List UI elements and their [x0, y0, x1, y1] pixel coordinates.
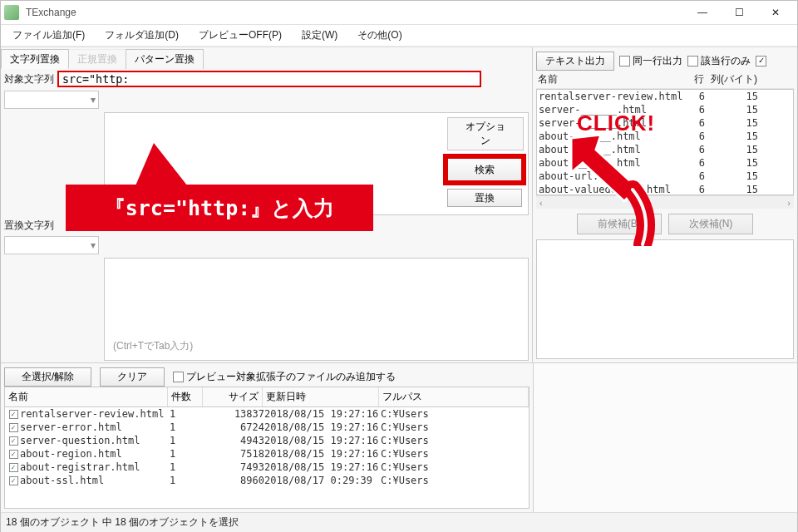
menu-settings[interactable]: 設定(W) [297, 25, 342, 46]
file-row[interactable]: ✓about-region.html175182018/08/15 19:27:… [5, 447, 529, 461]
replace-textarea[interactable]: (Ctrl+TでTab入力) [104, 258, 529, 361]
row-replace-combo: ▾ [4, 236, 529, 254]
file-row[interactable]: ✓server-error.html167242018/08/15 19:27:… [5, 421, 529, 434]
menubar: ファイル追加(F) フォルダ追加(D) プレビューOFF(P) 設定(W) その… [1, 25, 797, 47]
mode-tabs: 文字列置換 正規置換 パターン置換 [1, 49, 532, 69]
menu-preview[interactable]: プレビューOFF(P) [194, 25, 287, 46]
window-title: TExchange [26, 7, 684, 18]
only-preview-ext-checkbox[interactable]: プレビュー対象拡張子のファイルのみ追加する [173, 370, 396, 384]
tab-pattern-replace[interactable]: パターン置換 [126, 49, 204, 69]
files-pane: 全選択/解除 クリア プレビュー対象拡張子のファイルのみ追加する 名前 件数 サ… [1, 363, 533, 512]
sameline-checkbox[interactable]: 同一行出力 [619, 54, 682, 68]
checkbox-icon [687, 56, 698, 66]
checkbox-icon [173, 372, 184, 382]
close-button[interactable]: ✕ [757, 1, 794, 24]
file-row[interactable]: ✓about-registrar.html174932018/08/15 19:… [5, 461, 529, 474]
fcol-name[interactable]: 名前 [5, 387, 168, 406]
result-row[interactable]: rentalserver-review.html615 [537, 90, 793, 103]
option-title: オプション [447, 117, 524, 150]
callout-box: 『 src="http: 』と入力 [66, 185, 373, 231]
menu-other[interactable]: その他(O) [352, 25, 406, 46]
lower-right-blank [533, 363, 797, 512]
scroll-left-icon: ‹ [539, 198, 543, 208]
arrow-annotation [563, 130, 663, 246]
row-target: 対象文字列 [4, 71, 529, 87]
files-toolbar: 全選択/解除 クリア プレビュー対象拡張子のファイルのみ追加する [4, 367, 530, 387]
callout-tail [134, 143, 190, 190]
tab-string-replace[interactable]: 文字列置換 [1, 49, 69, 69]
target-history-combo[interactable]: ▾ [4, 91, 99, 109]
target-input[interactable] [57, 71, 481, 87]
option-group: オプション 検索 置換 [447, 117, 524, 210]
body: 文字列置換 正規置換 パターン置換 対象文字列 ▾ 置換文字列 ▾ [1, 47, 797, 532]
app-window: TExchange — ☐ ✕ ファイル追加(F) フォルダ追加(D) プレビュ… [0, 0, 798, 532]
col-line[interactable]: 行 [686, 72, 704, 86]
tab-hint: (Ctrl+TでTab入力) [108, 334, 198, 358]
preview-box [536, 239, 794, 359]
clear-button[interactable]: クリア [100, 367, 165, 387]
fcol-path[interactable]: フルパス [379, 387, 529, 406]
onlyline-checkbox[interactable]: 該当行のみ [687, 54, 751, 68]
col-name[interactable]: 名前 [538, 72, 686, 86]
status-text: 18 個のオブジェクト 中 18 個のオブジェクトを選択 [6, 515, 239, 530]
tab-regex-replace[interactable]: 正規置換 [68, 49, 126, 69]
row-target-combo: ▾ [4, 91, 529, 109]
checkbox-icon [619, 56, 630, 66]
chevron-down-icon: ▾ [91, 239, 96, 251]
checkbox-icon: ✓ [756, 56, 766, 66]
label-target: 対象文字列 [4, 72, 57, 86]
statusbar: 18 個のオブジェクト 中 18 個のオブジェクトを選択 [1, 512, 797, 532]
text-output-button[interactable]: テキスト出力 [536, 52, 614, 71]
replace-history-combo[interactable]: ▾ [4, 236, 99, 254]
lower-split: 全選択/解除 クリア プレビュー対象拡張子のファイルのみ追加する 名前 件数 サ… [1, 362, 797, 512]
replace-button[interactable]: 置換 [447, 189, 522, 207]
minimize-button[interactable]: — [684, 1, 721, 24]
file-row[interactable]: ✓about-ssl.html189602018/08/17 0:29:39C:… [5, 474, 529, 487]
chevron-down-icon: ▾ [91, 94, 96, 106]
fcol-size[interactable]: サイズ [203, 387, 263, 406]
scroll-right-icon: › [787, 198, 791, 208]
titlebar: TExchange — ☐ ✕ [1, 1, 797, 25]
menu-addfile[interactable]: ファイル追加(F) [7, 25, 90, 46]
label-replace: 置換文字列 [4, 219, 57, 233]
file-row[interactable]: ✓rentalserver-review.html1138372018/08/1… [5, 407, 529, 421]
trailing-checkbox[interactable]: ✓ [756, 56, 766, 66]
files-header: 名前 件数 サイズ 更新日時 フルパス [4, 387, 530, 407]
col-byte[interactable]: 列(バイト) [704, 72, 757, 86]
files-list[interactable]: ✓rentalserver-review.html1138372018/08/1… [4, 407, 530, 509]
file-row[interactable]: ✓server-question.html149432018/08/15 19:… [5, 434, 529, 447]
select-all-button[interactable]: 全選択/解除 [4, 367, 91, 387]
results-toolbar: テキスト出力 同一行出力 該当行のみ ✓ [536, 51, 794, 71]
search-button[interactable]: 検索 [443, 154, 526, 185]
results-header: 名前 行 列(バイト) [536, 71, 794, 89]
fcol-count[interactable]: 件数 [168, 387, 203, 406]
result-row[interactable]: server-______.html615 [537, 116, 793, 130]
next-candidate-button[interactable]: 次候補(N) [668, 214, 754, 234]
menu-addfolder[interactable]: フォルダ追加(D) [100, 25, 184, 46]
fcol-date[interactable]: 更新日時 [263, 387, 379, 406]
maximize-button[interactable]: ☐ [721, 1, 757, 24]
result-row[interactable]: server-______.html615 [537, 103, 793, 116]
app-icon [4, 5, 19, 20]
